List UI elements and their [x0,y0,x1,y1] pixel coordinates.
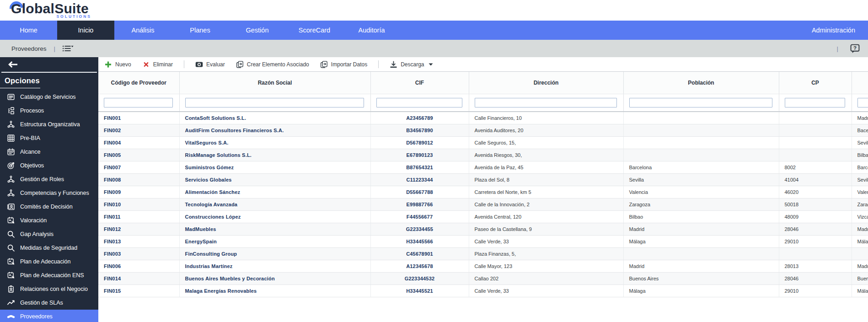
cell-cif[interactable]: E99887766 [370,198,469,210]
sidebar-item-gestion-de-slas[interactable]: Gestión de SLAs [0,296,98,310]
table-row[interactable]: FIN001ContaSoft Solutions S.L.A23456789C… [98,112,868,124]
table-row[interactable]: FIN004VitalSeguros S.A.D56789012Calle Se… [98,136,868,149]
cell-cif[interactable]: C45678901 [370,247,469,260]
filter-input-razon-social[interactable] [185,98,364,107]
cell-cif[interactable]: B87654321 [370,161,469,173]
nav-tab-scorecard[interactable]: ScoreCard [286,21,343,40]
sidebar-item-competencias-y-funciones[interactable]: Competencias y Funciones [0,186,98,200]
cell-razon-social[interactable]: MadMuebles [179,223,370,235]
toolbar-button-descarga[interactable]: Descarga [390,61,433,68]
column-header-poblacion[interactable]: Población [623,72,779,94]
nav-tab-gestion[interactable]: Gestión [229,21,286,40]
cell-cif[interactable]: D56789012 [370,136,469,149]
cell-razon-social[interactable]: Buenos Aires Muebles y Decoración [179,272,370,284]
cell-codigo-de-proveedor[interactable]: FIN011 [98,210,179,223]
view-options-button[interactable] [62,44,74,53]
cell-codigo-de-proveedor[interactable]: FIN004 [98,136,179,149]
cell-codigo-de-proveedor[interactable]: FIN013 [98,235,179,247]
nav-tab-administracion[interactable]: Administración [799,21,868,40]
sidebar-item-alcance[interactable]: Alcance [0,145,98,159]
cell-codigo-de-proveedor[interactable]: FIN003 [98,247,179,260]
sidebar-item-plan-de-adecuacion[interactable]: Plan de Adecuación [0,255,98,268]
cell-codigo-de-proveedor[interactable]: FIN002 [98,124,179,136]
cell-codigo-de-proveedor[interactable]: FIN014 [98,272,179,284]
table-row[interactable]: FIN002AuditFirm Consultores Financieros … [98,124,868,136]
cell-cif[interactable]: D55667788 [370,186,469,198]
sidebar-item-relaciones-con-el-negocio[interactable]: Relaciones con el Negocio [0,282,98,296]
sidebar-item-pre-bia[interactable]: Pre-BIA [0,131,98,145]
sidebar-collapse-button[interactable] [8,61,18,68]
sidebar-item-procesos[interactable]: Procesos [0,104,98,118]
toolbar-button-crear-elemento-asociado[interactable]: Crear Elemento Asociado [236,61,309,68]
column-header-razon-social[interactable]: Razón Social [179,72,370,94]
sidebar-item-objetivos[interactable]: Objetivos [0,159,98,172]
table-row[interactable]: FIN007Suministros GómezB87654321Avenida … [98,161,868,173]
cell-razon-social[interactable]: Servicios Globales [179,173,370,186]
cell-cif[interactable]: G223344532 [370,272,469,284]
column-header-codigo-de-proveedor[interactable]: Código de Proveedor [98,72,179,94]
sidebar-item-plan-de-adecuacion-ens[interactable]: Plan de Adecuación ENS [0,268,98,282]
filter-input-codigo-de-proveedor[interactable] [104,98,173,107]
cell-razon-social[interactable]: EnergySpain [179,235,370,247]
cell-codigo-de-proveedor[interactable]: FIN007 [98,161,179,173]
table-row[interactable]: FIN008Servicios GlobalesC11223344Plaza d… [98,173,868,186]
sidebar-item-gap-analysis[interactable]: Gap Analysis [0,227,98,241]
toolbar-button-eliminar[interactable]: Eliminar [142,61,173,68]
column-header-cif[interactable]: CIF [370,72,469,94]
column-header-col-6[interactable] [852,72,868,94]
cell-cif[interactable]: C11223344 [370,173,469,186]
column-header-cp[interactable]: CP [779,72,852,94]
table-row[interactable]: FIN013EnergySpainH33445566Calle Verde, 3… [98,235,868,247]
nav-tab-home[interactable]: Home [0,21,57,40]
nav-tab-planes[interactable]: Planes [171,21,229,40]
cell-razon-social[interactable]: FinConsulting Group [179,247,370,260]
cell-codigo-de-proveedor[interactable]: FIN010 [98,198,179,210]
cell-cif[interactable]: G22334455 [370,223,469,235]
cell-razon-social[interactable]: Tecnología Avanzada [179,198,370,210]
cell-codigo-de-proveedor[interactable]: FIN015 [98,284,179,297]
nav-tab-analisis[interactable]: Análisis [114,21,171,40]
table-row[interactable]: FIN003FinConsulting GroupC45678901Plaza … [98,247,868,260]
sidebar-item-medidas-de-seguridad[interactable]: Medidas de Seguridad [0,241,98,255]
cell-cif[interactable]: F44556677 [370,210,469,223]
sidebar-item-estructura-organizativa[interactable]: Estructura Organizativa [0,118,98,131]
table-row[interactable]: FIN015Malaga Energías RenovablesH3344552… [98,284,868,297]
table-row[interactable]: FIN011Construcciones LópezF44556677Aveni… [98,210,868,223]
cell-codigo-de-proveedor[interactable]: FIN001 [98,112,179,124]
cell-razon-social[interactable]: ContaSoft Solutions S.L. [179,112,370,124]
table-row[interactable]: FIN012MadMueblesG22334455Paseo de la Cas… [98,223,868,235]
cell-codigo-de-proveedor[interactable]: FIN008 [98,173,179,186]
cell-razon-social[interactable]: Suministros Gómez [179,161,370,173]
sidebar-item-proveedores[interactable]: Proveedores [0,310,98,322]
toolbar-button-nuevo[interactable]: Nuevo [104,61,131,68]
cell-codigo-de-proveedor[interactable]: FIN005 [98,149,179,161]
column-header-direccion[interactable]: Dirección [469,72,623,94]
cell-cif[interactable]: B34567890 [370,124,469,136]
filter-input-cif[interactable] [376,98,462,107]
cell-razon-social[interactable]: AuditFirm Consultores Financieros S.A. [179,124,370,136]
filter-input-direccion[interactable] [475,98,617,107]
help-button[interactable]: ? [850,44,860,54]
cell-codigo-de-proveedor[interactable]: FIN009 [98,186,179,198]
cell-razon-social[interactable]: Malaga Energías Renovables [179,284,370,297]
nav-tab-auditoria[interactable]: Auditoría [343,21,400,40]
filter-input-cp[interactable] [785,98,845,107]
table-row[interactable]: FIN010Tecnología AvanzadaE99887766Calle … [98,198,868,210]
sidebar-item-comites-de-decision[interactable]: Comités de Decisión [0,200,98,214]
cell-razon-social[interactable]: RiskManage Solutions S.L. [179,149,370,161]
toolbar-button-importar-datos[interactable]: Importar Datos [320,61,367,68]
table-row[interactable]: FIN014Buenos Aires Muebles y DecoraciónG… [98,272,868,284]
cell-codigo-de-proveedor[interactable]: FIN012 [98,223,179,235]
table-row[interactable]: FIN006Industrias MartínezA12345678Calle … [98,260,868,272]
table-row[interactable]: FIN005RiskManage Solutions S.L.E67890123… [98,149,868,161]
filter-input-col-6[interactable] [857,98,868,107]
sidebar-item-catalogo-de-servicios[interactable]: Catálogo de Servicios [0,90,98,104]
cell-razon-social[interactable]: Industrias Martínez [179,260,370,272]
nav-tab-inicio[interactable]: Inicio [57,21,114,40]
sidebar-item-valoracion[interactable]: Valoración [0,214,98,227]
cell-cif[interactable]: A12345678 [370,260,469,272]
cell-cif[interactable]: A23456789 [370,112,469,124]
table-row[interactable]: FIN009Alimentación SánchezD55667788Carre… [98,186,868,198]
cell-codigo-de-proveedor[interactable]: FIN006 [98,260,179,272]
cell-razon-social[interactable]: VitalSeguros S.A. [179,136,370,149]
